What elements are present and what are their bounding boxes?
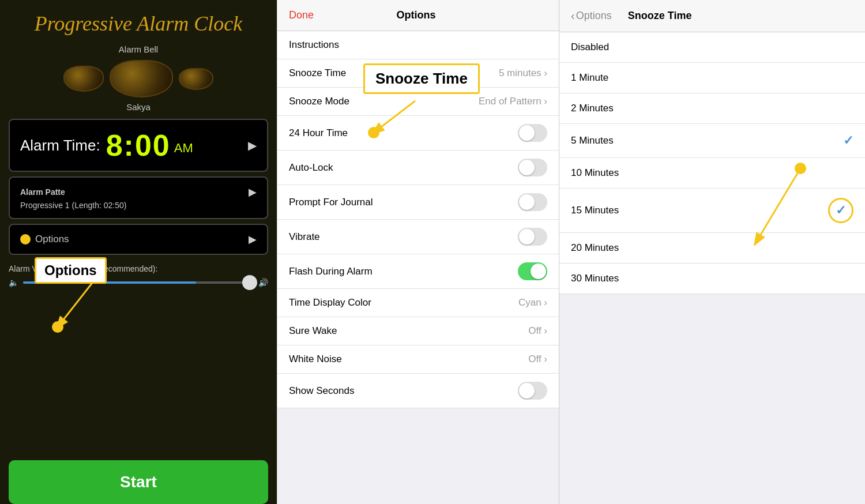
sakya-label: Sakya	[126, 102, 151, 112]
bowl-center[interactable]	[110, 60, 173, 97]
options-item-label: Snooze Time	[289, 67, 346, 79]
snooze-item[interactable]: Disabled	[559, 32, 865, 63]
snooze-check-icon: ✓	[843, 133, 853, 148]
snooze-title: Snooze Time	[628, 10, 692, 22]
options-item[interactable]: Prompt For Journal	[277, 185, 559, 220]
right-panel: ‹ Options Snooze Time Disabled1 Minute2 …	[559, 0, 865, 504]
options-label: Options	[35, 234, 69, 245]
options-item[interactable]: Snooze Time5 minutes ›	[277, 59, 559, 88]
toggle-flash-during-alarm[interactable]	[518, 262, 547, 280]
options-item-value: Cyan ›	[518, 297, 547, 309]
snooze-item[interactable]: 15 Minutes✓	[559, 189, 865, 233]
options-item-label: Time Display Color	[289, 297, 371, 309]
options-dot	[20, 234, 31, 245]
options-header: Done Options	[277, 0, 559, 31]
options-item-value: Off ›	[528, 325, 547, 337]
alarm-time-arrow: ▶	[248, 138, 257, 152]
back-label: Options	[576, 10, 612, 22]
pattern-arrow: ▶	[249, 186, 257, 198]
bowl-left	[63, 66, 104, 92]
snooze-item[interactable]: 5 Minutes✓	[559, 124, 865, 158]
options-item-label: Vibrate	[289, 231, 320, 243]
toggle-prompt-for-journal[interactable]	[518, 193, 547, 211]
options-item-value: 5 minutes ›	[499, 67, 547, 79]
options-item-label: Instructions	[289, 39, 339, 51]
start-button[interactable]: Start	[9, 460, 268, 504]
snooze-item[interactable]: 2 Minutes	[559, 93, 865, 124]
toggle-thumb	[519, 160, 535, 175]
snooze-item-label: 1 Minute	[571, 72, 608, 84]
volume-label: Alarm Volume (maximum recommended):	[9, 264, 268, 273]
options-item-label: Snooze Mode	[289, 96, 349, 107]
snooze-item-label: 10 Minutes	[571, 167, 619, 179]
back-chevron-icon: ‹	[571, 9, 575, 22]
circle-check: ✓	[828, 198, 853, 223]
alarm-time-box[interactable]: Alarm Time: 8:00 AM ▶	[9, 119, 268, 172]
toggle-vibrate[interactable]	[518, 228, 547, 246]
toggle-thumb	[519, 194, 535, 210]
options-list: InstructionsSnooze Time5 minutes ›Snooze…	[277, 31, 559, 504]
snooze-item[interactable]: 30 Minutes	[559, 264, 865, 294]
options-item[interactable]: White NoiseOff ›	[277, 345, 559, 374]
options-item[interactable]: Instructions	[277, 31, 559, 59]
snooze-item-label: 15 Minutes	[571, 205, 619, 216]
options-item[interactable]: Show Seconds	[277, 374, 559, 408]
alarm-pattern-box[interactable]: Alarm Patte ▶ Progressive 1 (Length: 02:…	[9, 176, 268, 219]
toggle-24-hour-time[interactable]	[518, 124, 547, 142]
left-panel: Progressive Alarm Clock Alarm Bell Sakya…	[0, 0, 277, 504]
volume-track[interactable]	[23, 281, 254, 284]
options-arrow: ▶	[249, 233, 257, 246]
volume-fill	[23, 281, 196, 284]
options-item-label: Prompt For Journal	[289, 197, 373, 208]
snooze-item[interactable]: 20 Minutes	[559, 233, 865, 264]
pattern-label: Alarm Patte	[20, 187, 65, 197]
volume-section: Alarm Volume (maximum recommended): 🔈 🔊	[9, 264, 268, 287]
options-item[interactable]: Vibrate	[277, 220, 559, 254]
snooze-item-label: 2 Minutes	[571, 103, 614, 114]
options-item[interactable]: Flash During Alarm	[277, 254, 559, 289]
done-button[interactable]: Done	[289, 9, 314, 21]
volume-low-icon: 🔈	[9, 278, 18, 287]
options-item[interactable]: Snooze ModeEnd of Pattern ›	[277, 88, 559, 116]
snooze-item-label: 5 Minutes	[571, 135, 614, 146]
toggle-thumb	[519, 383, 535, 398]
toggle-thumb	[519, 229, 535, 245]
options-item-label: White Noise	[289, 353, 342, 365]
options-item-label: Show Seconds	[289, 385, 354, 397]
bowls-row	[63, 60, 213, 97]
options-item-label: Sure Wake	[289, 325, 337, 337]
toggle-auto-lock[interactable]	[518, 159, 547, 176]
options-item[interactable]: Sure WakeOff ›	[277, 317, 559, 345]
snooze-item[interactable]: 1 Minute	[559, 63, 865, 93]
options-item-label: Auto-Lock	[289, 162, 333, 174]
options-item-label: 24 Hour Time	[289, 127, 348, 139]
snooze-header: ‹ Options Snooze Time	[559, 0, 865, 32]
options-item-label: Flash During Alarm	[289, 266, 373, 277]
back-button[interactable]: ‹ Options	[571, 9, 612, 22]
app-title: Progressive Alarm Clock	[23, 6, 254, 44]
pattern-value: Progressive 1 (Length: 02:50)	[20, 201, 126, 210]
bowl-right	[179, 68, 213, 90]
middle-title: Options	[397, 9, 436, 21]
toggle-show-seconds[interactable]	[518, 382, 547, 400]
options-row[interactable]: Options ▶	[9, 224, 268, 255]
alarm-time-ampm: AM	[174, 141, 193, 156]
options-item[interactable]: Auto-Lock	[277, 151, 559, 185]
snooze-item-label: Disabled	[571, 42, 609, 53]
snooze-item[interactable]: 10 Minutes	[559, 158, 865, 189]
options-item-value: End of Pattern ›	[479, 96, 547, 107]
options-item[interactable]: 24 Hour Time	[277, 116, 559, 151]
options-item-value: Off ›	[528, 353, 547, 365]
volume-high-icon: 🔊	[258, 278, 268, 287]
bell-label: Alarm Bell	[119, 44, 158, 54]
toggle-thumb	[531, 264, 546, 279]
volume-slider-row: 🔈 🔊	[9, 278, 268, 287]
alarm-time-value: 8:00	[106, 128, 171, 163]
middle-panel: Done Options InstructionsSnooze Time5 mi…	[277, 0, 559, 504]
options-item[interactable]: Time Display ColorCyan ›	[277, 289, 559, 317]
snooze-list: Disabled1 Minute2 Minutes5 Minutes✓10 Mi…	[559, 32, 865, 504]
snooze-item-label: 20 Minutes	[571, 242, 619, 254]
volume-thumb[interactable]	[242, 275, 257, 290]
alarm-time-label: Alarm Time:	[20, 137, 100, 155]
toggle-thumb	[519, 125, 535, 141]
